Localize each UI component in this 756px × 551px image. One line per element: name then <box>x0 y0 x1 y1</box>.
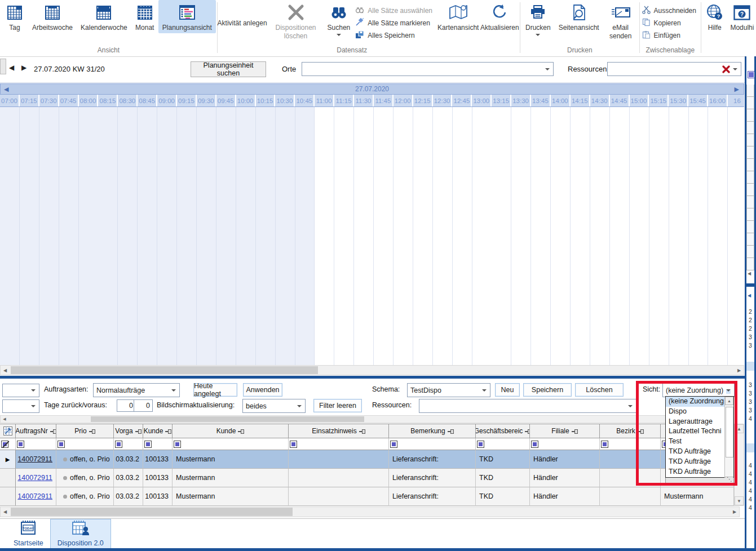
scrollbar-thumb[interactable] <box>11 366 318 374</box>
table-row[interactable]: 140072911offen, o. Prio03.03.2100133Must… <box>0 469 734 487</box>
table-bottom-scrollbar[interactable]: ◀ ▶ <box>0 506 740 517</box>
scrollbar-thumb[interactable] <box>91 416 364 422</box>
timeline-scroll-right-icon[interactable]: ▶ <box>735 86 739 93</box>
modulhilfe-button[interactable]: ? Modulhi <box>728 0 756 56</box>
filter-leeren-button[interactable]: Filter leeren <box>313 399 362 412</box>
column-pin-icon[interactable] <box>135 429 142 434</box>
panel-splitter-nub[interactable] <box>0 59 6 74</box>
sicht-dropdown-item[interactable]: (keine Zuordnung <box>666 397 724 407</box>
column-header-vorgabe[interactable]: Vorga <box>114 424 143 438</box>
scroll-down-button[interactable]: ▼ <box>735 496 744 505</box>
column-pin-icon[interactable] <box>165 429 171 434</box>
ausschneiden-button[interactable]: Ausschneiden <box>642 5 696 17</box>
neu-button[interactable]: Neu <box>495 383 520 397</box>
column-header-filiale[interactable]: Filiale <box>530 424 600 438</box>
arbeitswoche-button[interactable]: Arbeitswoche <box>28 0 77 33</box>
sicht-dropdown-item[interactable]: Test <box>666 437 724 447</box>
sicht-dropdown-item[interactable]: Lagerauttrage <box>666 417 724 427</box>
scrollbar-thumb[interactable] <box>726 407 733 457</box>
auftragsnr-link[interactable]: 140072911 <box>17 474 52 482</box>
sicht-dropdown-item[interactable]: TKD Aufträge <box>666 467 724 477</box>
table-corner-button[interactable] <box>0 424 16 438</box>
ressourcen-filter-combobox[interactable] <box>419 399 636 413</box>
tab-disposition[interactable]: Disposition 2.0 <box>50 519 111 549</box>
sicht-dropdown-item[interactable]: TKD Aufträge <box>666 447 724 457</box>
orte-combobox[interactable] <box>302 62 554 76</box>
speichern-button[interactable]: Speichern <box>523 383 572 397</box>
scroll-up-button[interactable]: ▲ <box>735 424 744 433</box>
sicht-dropdown-scrollbar[interactable]: ▲ ▼ <box>724 397 733 485</box>
filter-cell-filiale[interactable] <box>530 438 600 450</box>
auftragsnr-link[interactable]: 140072911 <box>17 455 52 463</box>
scroll-right-button[interactable]: ▶ <box>730 507 739 517</box>
filter-cell-icon[interactable] <box>144 441 152 448</box>
alle-saetze-auswaehlen-button[interactable]: Alle Sätze auswählen <box>355 5 432 17</box>
filter-cell-icon[interactable] <box>531 441 538 448</box>
table-top-scrollbar[interactable]: ◀ <box>0 415 734 423</box>
sicht-dropdown-caret-icon[interactable] <box>726 389 731 394</box>
filter-cell-kunde[interactable] <box>173 438 289 450</box>
filter-cell-auftragsnr[interactable] <box>16 438 56 450</box>
column-pin-icon[interactable] <box>50 429 56 434</box>
filter-cell-icon[interactable] <box>390 441 397 448</box>
drucken-button[interactable]: Drucken <box>521 0 555 39</box>
scroll-left-button[interactable]: ◀ <box>1 366 10 375</box>
combo-caret-icon[interactable] <box>31 389 36 394</box>
previous-date-arrow[interactable]: ◀ <box>9 64 14 72</box>
column-pin-icon[interactable] <box>238 429 244 434</box>
sicht-dropdown-item[interactable]: Dispo <box>666 407 724 417</box>
sicht-dropdown-item[interactable]: TKD Aufträge <box>666 457 724 467</box>
sicht-dropdown-item[interactable]: Laufzettel Techni <box>666 426 724 437</box>
column-header-prio[interactable]: Prio <box>56 424 114 438</box>
sicht-dropdown-resize-grip[interactable] <box>665 478 734 486</box>
hilfe-button[interactable]: ? Hilfe <box>701 0 728 56</box>
alles-speichern-button[interactable]: Alles Speichern <box>355 29 432 42</box>
scroll-left-button[interactable]: ◀ <box>1 507 10 517</box>
column-header-kundennr[interactable]: Kunde <box>143 424 173 438</box>
auftragsnr-link[interactable]: 140072911 <box>17 492 52 500</box>
filter-clear-icon[interactable] <box>1 441 8 448</box>
filter-cell-einsatzhinweis[interactable] <box>289 438 389 450</box>
column-pin-icon[interactable] <box>359 429 365 434</box>
combo-caret-icon[interactable] <box>31 405 36 410</box>
right-panel-arrow-icon[interactable]: ◀ <box>748 293 751 298</box>
filter-left-combobox-1[interactable] <box>2 384 39 397</box>
kopieren-button[interactable]: Kopieren <box>642 17 696 29</box>
column-pin-icon[interactable] <box>572 429 578 434</box>
column-pin-icon[interactable] <box>525 429 530 434</box>
email-senden-button[interactable]: eMail senden <box>603 0 638 42</box>
column-header-kunde[interactable]: Kunde <box>173 424 289 438</box>
scroll-up-button[interactable]: ▲ <box>725 397 733 405</box>
timeline-horizontal-scrollbar[interactable]: ◀ ▶ <box>0 365 744 375</box>
einfuegen-button[interactable]: Einfügen <box>642 29 696 42</box>
right-panel-scroll-left-icon[interactable]: ◀ <box>748 271 751 276</box>
filter-cell-prio[interactable] <box>56 438 114 450</box>
loeschen-button[interactable]: Löschen <box>575 383 624 397</box>
tage-voraus-input[interactable]: 0 <box>134 399 153 412</box>
filter-cell-vorgabe[interactable] <box>114 438 143 450</box>
column-header-bezirk[interactable]: Bezirk <box>600 424 661 438</box>
seitenansicht-button[interactable]: Seitenansicht <box>555 0 603 33</box>
filter-cell-icon[interactable] <box>601 441 608 448</box>
table-row[interactable]: ▶140072911offen, o. Prio03.03.2100133Mus… <box>0 450 734 469</box>
drucken-dropdown-caret-icon[interactable] <box>536 34 540 38</box>
planungsansicht-button[interactable]: Planungsansicht <box>158 0 216 33</box>
aktualisieren-button[interactable]: Aktualisieren <box>480 0 520 56</box>
column-header-bemerkung[interactable]: Bemerkung <box>389 424 476 438</box>
table-vertical-scrollbar[interactable]: ▲ ▼ <box>734 424 744 506</box>
scrollbar-thumb[interactable] <box>11 508 293 516</box>
tab-startseite[interactable]: TODAY Startseite <box>7 519 50 549</box>
kartenansicht-button[interactable]: Kartenansicht <box>437 0 480 56</box>
ressourcen-dropdown-caret-icon[interactable] <box>733 68 737 73</box>
kalenderwoche-button[interactable]: Kalenderwoche <box>77 0 131 33</box>
column-pin-icon[interactable] <box>448 429 454 434</box>
scroll-left-button[interactable]: ◀ <box>1 416 8 423</box>
filter-cell-icon[interactable] <box>17 441 24 448</box>
suchen-button[interactable]: Suchen <box>324 0 355 39</box>
combo-caret-icon[interactable] <box>628 405 633 410</box>
column-header-einsatzhinweis[interactable]: Einsatzhinweis <box>289 424 389 438</box>
combo-caret-icon[interactable] <box>482 389 487 394</box>
anwenden-button[interactable]: Anwenden <box>243 383 282 397</box>
filter-cell-icon[interactable] <box>115 441 122 448</box>
heute-angelegt-button[interactable]: Heute angelegt <box>193 383 237 397</box>
